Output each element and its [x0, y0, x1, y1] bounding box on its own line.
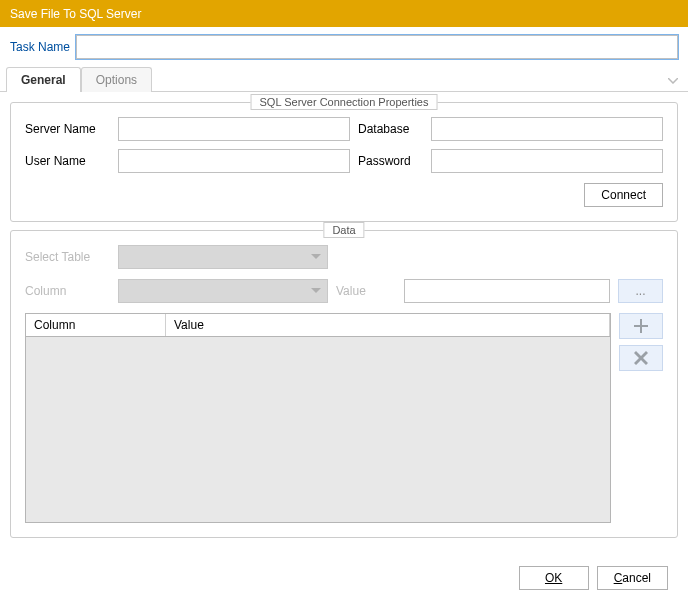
- column-label: Column: [25, 284, 110, 298]
- task-name-input[interactable]: [76, 35, 678, 59]
- tab-general[interactable]: General: [6, 67, 81, 92]
- value-input[interactable]: [404, 279, 610, 303]
- user-name-label: User Name: [25, 154, 110, 168]
- cancel-button[interactable]: Cancel: [597, 566, 668, 590]
- tab-overflow-icon[interactable]: [664, 69, 682, 91]
- browse-button[interactable]: ...: [618, 279, 663, 303]
- value-label: Value: [336, 284, 396, 298]
- tab-bar: General Options: [0, 67, 688, 92]
- database-label: Database: [358, 122, 423, 136]
- remove-row-button[interactable]: [619, 345, 663, 371]
- table-header-value: Value: [166, 314, 610, 336]
- chevron-down-icon: [311, 254, 321, 260]
- task-name-row: Task Name: [0, 27, 688, 67]
- content-area: SQL Server Connection Properties Server …: [0, 92, 688, 556]
- chevron-down-icon: [311, 288, 321, 294]
- column-combo[interactable]: [118, 279, 328, 303]
- password-label: Password: [358, 154, 423, 168]
- connect-button[interactable]: Connect: [584, 183, 663, 207]
- data-legend: Data: [323, 222, 364, 238]
- task-name-label: Task Name: [10, 40, 70, 54]
- mapping-table[interactable]: Column Value: [25, 313, 611, 523]
- connection-legend: SQL Server Connection Properties: [251, 94, 438, 110]
- select-table-label: Select Table: [25, 250, 110, 264]
- dialog-footer: OK Cancel: [0, 556, 688, 593]
- data-fieldset: Data Select Table Column Value ... Colum…: [10, 230, 678, 538]
- add-row-button[interactable]: [619, 313, 663, 339]
- password-input[interactable]: [431, 149, 663, 173]
- connection-fieldset: SQL Server Connection Properties Server …: [10, 102, 678, 222]
- window-title-bar: Save File To SQL Server: [0, 0, 688, 27]
- server-name-input[interactable]: [118, 117, 350, 141]
- window-title: Save File To SQL Server: [10, 7, 141, 21]
- server-name-label: Server Name: [25, 122, 110, 136]
- user-name-input[interactable]: [118, 149, 350, 173]
- plus-icon: [634, 319, 648, 333]
- select-table-combo[interactable]: [118, 245, 328, 269]
- tab-options[interactable]: Options: [81, 67, 152, 92]
- close-icon: [634, 351, 648, 365]
- table-header-column: Column: [26, 314, 166, 336]
- database-input[interactable]: [431, 117, 663, 141]
- ok-button[interactable]: OK: [519, 566, 589, 590]
